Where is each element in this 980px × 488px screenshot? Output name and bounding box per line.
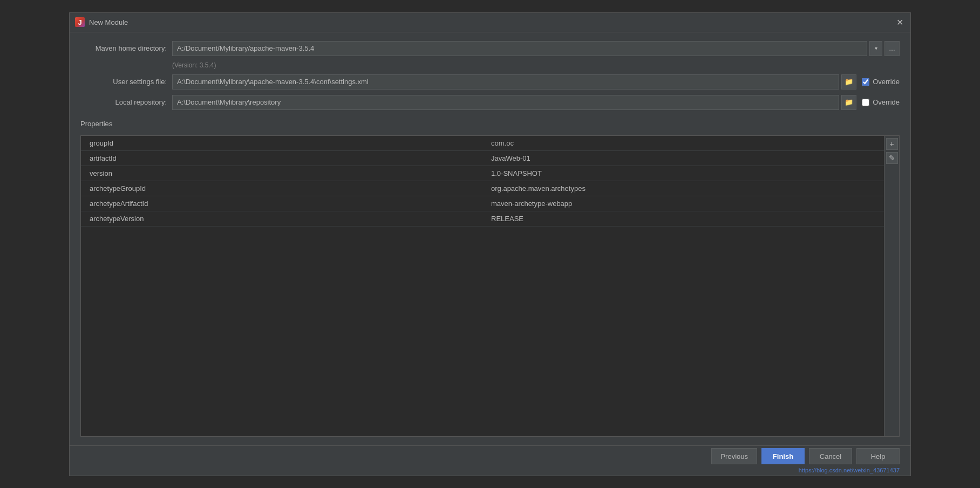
folder-icon: 📁 bbox=[845, 98, 853, 106]
property-key: archetypeVersion bbox=[81, 215, 482, 223]
footer-url: https://blog.csdn.net/weixin_43671437 bbox=[799, 467, 900, 473]
close-button[interactable]: ✕ bbox=[894, 17, 905, 28]
local-repo-override-label: Override bbox=[873, 98, 900, 106]
folder-icon: 📁 bbox=[845, 78, 853, 86]
title-bar-left: J New Module bbox=[75, 17, 128, 27]
maven-home-dropdown-button[interactable]: ▾ bbox=[869, 41, 882, 56]
property-key: artifactId bbox=[81, 154, 482, 162]
property-value: RELEASE bbox=[482, 215, 884, 223]
table-row[interactable]: archetypeVersionRELEASE bbox=[81, 211, 884, 226]
user-settings-override-container: Override bbox=[862, 78, 900, 86]
cancel-button[interactable]: Cancel bbox=[809, 448, 852, 464]
finish-button[interactable]: Finish bbox=[761, 448, 805, 464]
title-bar: J New Module ✕ bbox=[70, 13, 910, 32]
properties-section-label: Properties bbox=[80, 120, 900, 128]
local-repo-row: Local repository: 📁 Override bbox=[80, 95, 900, 110]
property-value: org.apache.maven.archetypes bbox=[482, 184, 884, 193]
property-value: maven-archetype-webapp bbox=[482, 200, 884, 208]
help-button[interactable]: Help bbox=[856, 448, 900, 464]
local-repo-input[interactable] bbox=[172, 95, 839, 110]
property-value: 1.0-SNAPSHOT bbox=[482, 169, 884, 177]
maven-version-text: (Version: 3.5.4) bbox=[172, 61, 900, 69]
dialog-content: Maven home directory: ▾ … (Version: 3.5.… bbox=[70, 32, 910, 445]
app-icon: J bbox=[75, 17, 85, 27]
local-repo-override-container: Override bbox=[862, 98, 900, 106]
previous-button[interactable]: Previous bbox=[711, 448, 757, 464]
properties-actions: + ✎ bbox=[884, 136, 899, 436]
dialog-title: New Module bbox=[89, 18, 128, 26]
user-settings-browse-button[interactable]: 📁 bbox=[841, 74, 856, 90]
user-settings-input[interactable] bbox=[172, 74, 839, 90]
user-settings-override-checkbox[interactable] bbox=[862, 78, 869, 86]
property-key: archetypeGroupId bbox=[81, 184, 482, 193]
user-settings-input-container: 📁 bbox=[172, 74, 856, 90]
user-settings-override-label: Override bbox=[873, 78, 900, 86]
table-row[interactable]: artifactIdJavaWeb-01 bbox=[81, 151, 884, 166]
local-repo-browse-button[interactable]: 📁 bbox=[841, 95, 856, 110]
table-row[interactable]: groupIdcom.oc bbox=[81, 136, 884, 151]
local-repo-label: Local repository: bbox=[80, 98, 167, 106]
maven-home-label: Maven home directory: bbox=[80, 44, 167, 52]
properties-table: groupIdcom.ocartifactIdJavaWeb-01version… bbox=[81, 136, 884, 436]
add-property-button[interactable]: + bbox=[886, 138, 898, 150]
property-value: com.oc bbox=[482, 139, 884, 147]
user-settings-label: User settings file: bbox=[80, 78, 167, 86]
maven-home-row: Maven home directory: ▾ … bbox=[80, 41, 900, 56]
dialog-footer: Previous Finish Cancel Help https://blog… bbox=[70, 445, 910, 476]
property-key: archetypeArtifactId bbox=[81, 200, 482, 208]
property-value: JavaWeb-01 bbox=[482, 154, 884, 162]
maven-home-input-container: ▾ … bbox=[172, 41, 900, 56]
user-settings-row: User settings file: 📁 Override bbox=[80, 74, 900, 90]
table-row[interactable]: version1.0-SNAPSHOT bbox=[81, 166, 884, 181]
footer-buttons: Previous Finish Cancel Help bbox=[711, 448, 900, 464]
property-key: version bbox=[81, 169, 482, 177]
edit-property-button[interactable]: ✎ bbox=[886, 152, 898, 164]
new-module-dialog: J New Module ✕ Maven home directory: ▾ …… bbox=[69, 12, 911, 476]
property-key: groupId bbox=[81, 139, 482, 147]
properties-container: groupIdcom.ocartifactIdJavaWeb-01version… bbox=[80, 135, 900, 437]
maven-home-browse-button[interactable]: … bbox=[884, 41, 900, 56]
table-row[interactable]: archetypeGroupIdorg.apache.maven.archety… bbox=[81, 181, 884, 196]
local-repo-input-container: 📁 bbox=[172, 95, 856, 110]
table-row[interactable]: archetypeArtifactIdmaven-archetype-webap… bbox=[81, 196, 884, 211]
local-repo-override-checkbox[interactable] bbox=[862, 99, 869, 106]
maven-home-input[interactable] bbox=[172, 41, 867, 56]
